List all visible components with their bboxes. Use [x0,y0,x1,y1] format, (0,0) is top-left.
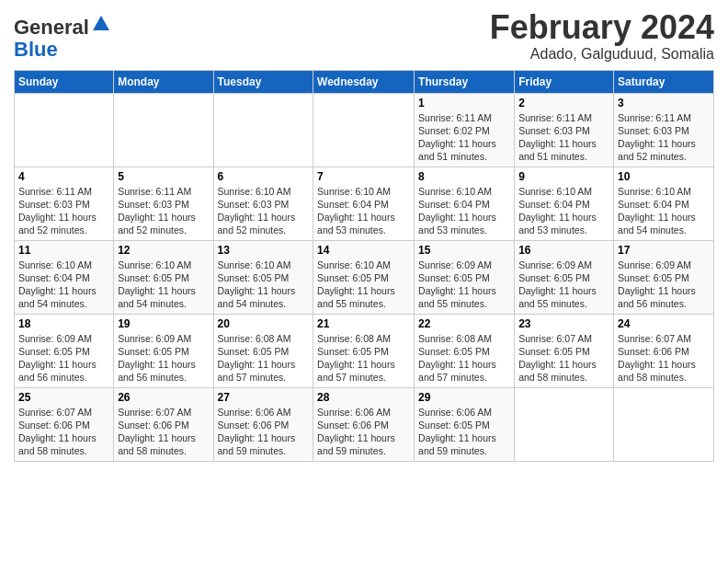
day-number: 13 [218,244,310,257]
day-info: Sunrise: 6:10 AM Sunset: 6:03 PM Dayligh… [218,185,310,237]
day-info: Sunrise: 6:10 AM Sunset: 6:04 PM Dayligh… [518,185,609,237]
day-info: Sunrise: 6:09 AM Sunset: 6:05 PM Dayligh… [518,259,609,311]
header-sunday: Sunday [15,70,114,93]
day-info: Sunrise: 6:09 AM Sunset: 6:05 PM Dayligh… [618,259,710,311]
calendar-subtitle: Adado, Galguduud, Somalia [490,46,714,63]
day-info: Sunrise: 6:11 AM Sunset: 6:03 PM Dayligh… [618,111,710,164]
day-number: 1 [418,97,510,109]
calendar-cell: 8Sunrise: 6:10 AM Sunset: 6:04 PM Daylig… [415,167,515,240]
day-number: 6 [218,170,310,183]
header-friday: Friday [515,70,614,93]
calendar-cell: 24Sunrise: 6:07 AM Sunset: 6:06 PM Dayli… [614,314,714,387]
day-number: 15 [418,244,510,257]
header-tuesday: Tuesday [213,70,313,93]
calendar-cell: 17Sunrise: 6:09 AM Sunset: 6:05 PM Dayli… [614,240,714,314]
day-info: Sunrise: 6:07 AM Sunset: 6:06 PM Dayligh… [18,406,109,458]
calendar-cell: 27Sunrise: 6:06 AM Sunset: 6:06 PM Dayli… [213,387,313,461]
week-row-5: 25Sunrise: 6:07 AM Sunset: 6:06 PM Dayli… [15,387,714,461]
day-number: 5 [118,170,209,183]
calendar-cell: 4Sunrise: 6:11 AM Sunset: 6:03 PM Daylig… [15,167,114,240]
day-number: 27 [218,391,310,404]
calendar-cell: 14Sunrise: 6:10 AM Sunset: 6:05 PM Dayli… [313,240,415,314]
calendar-cell: 10Sunrise: 6:10 AM Sunset: 6:04 PM Dayli… [614,167,714,240]
calendar-cell [213,93,313,167]
calendar-cell: 5Sunrise: 6:11 AM Sunset: 6:03 PM Daylig… [114,167,213,240]
day-number: 21 [317,317,410,330]
day-info: Sunrise: 6:10 AM Sunset: 6:05 PM Dayligh… [317,259,410,311]
day-info: Sunrise: 6:09 AM Sunset: 6:05 PM Dayligh… [18,332,109,385]
calendar-cell: 23Sunrise: 6:07 AM Sunset: 6:05 PM Dayli… [515,314,614,387]
calendar-cell: 2Sunrise: 6:11 AM Sunset: 6:03 PM Daylig… [515,93,614,167]
day-info: Sunrise: 6:09 AM Sunset: 6:05 PM Dayligh… [118,332,209,385]
day-info: Sunrise: 6:10 AM Sunset: 6:04 PM Dayligh… [18,259,109,311]
day-info: Sunrise: 6:07 AM Sunset: 6:06 PM Dayligh… [618,332,710,385]
calendar-cell: 25Sunrise: 6:07 AM Sunset: 6:06 PM Dayli… [15,387,114,461]
week-row-2: 4Sunrise: 6:11 AM Sunset: 6:03 PM Daylig… [15,167,714,240]
calendar-cell [114,93,213,167]
day-number: 16 [518,244,609,257]
day-number: 4 [18,170,109,183]
day-number: 3 [618,97,710,109]
day-number: 24 [618,317,710,330]
header-monday: Monday [114,70,213,93]
header-thursday: Thursday [415,70,515,93]
day-number: 7 [317,170,410,183]
day-info: Sunrise: 6:08 AM Sunset: 6:05 PM Dayligh… [218,332,310,385]
calendar-cell: 13Sunrise: 6:10 AM Sunset: 6:05 PM Dayli… [213,240,313,314]
day-info: Sunrise: 6:11 AM Sunset: 6:03 PM Dayligh… [118,185,209,237]
calendar-cell: 15Sunrise: 6:09 AM Sunset: 6:05 PM Dayli… [415,240,515,314]
day-number: 14 [317,244,410,257]
day-info: Sunrise: 6:10 AM Sunset: 6:05 PM Dayligh… [218,259,310,311]
calendar-cell [614,387,714,461]
day-info: Sunrise: 6:06 AM Sunset: 6:06 PM Dayligh… [218,406,310,458]
day-number: 10 [618,170,710,183]
logo-general-text: General [14,16,89,39]
calendar-cell: 16Sunrise: 6:09 AM Sunset: 6:05 PM Dayli… [515,240,614,314]
week-row-3: 11Sunrise: 6:10 AM Sunset: 6:04 PM Dayli… [15,240,714,314]
calendar-cell: 7Sunrise: 6:10 AM Sunset: 6:04 PM Daylig… [313,167,415,240]
day-info: Sunrise: 6:11 AM Sunset: 6:02 PM Dayligh… [418,111,510,164]
page-header: General Blue February 2024 Adado, Galgud… [14,9,714,63]
day-info: Sunrise: 6:11 AM Sunset: 6:03 PM Dayligh… [18,185,109,237]
logo-blue-text: Blue [14,38,58,61]
day-info: Sunrise: 6:10 AM Sunset: 6:04 PM Dayligh… [317,185,410,237]
logo-icon [91,14,111,34]
title-block: February 2024 Adado, Galguduud, Somalia [490,9,714,63]
day-number: 2 [518,97,609,109]
calendar-cell: 29Sunrise: 6:06 AM Sunset: 6:05 PM Dayli… [415,387,515,461]
calendar-cell [15,93,114,167]
day-info: Sunrise: 6:06 AM Sunset: 6:05 PM Dayligh… [418,406,510,458]
logo: General Blue [14,14,111,61]
calendar-cell [515,387,614,461]
day-info: Sunrise: 6:09 AM Sunset: 6:05 PM Dayligh… [418,259,510,311]
day-info: Sunrise: 6:10 AM Sunset: 6:05 PM Dayligh… [118,259,209,311]
header-row: SundayMondayTuesdayWednesdayThursdayFrid… [15,70,714,93]
day-info: Sunrise: 6:06 AM Sunset: 6:06 PM Dayligh… [317,406,410,458]
day-info: Sunrise: 6:10 AM Sunset: 6:04 PM Dayligh… [418,185,510,237]
day-number: 18 [18,317,109,330]
day-number: 12 [118,244,209,257]
day-number: 11 [18,244,109,257]
week-row-4: 18Sunrise: 6:09 AM Sunset: 6:05 PM Dayli… [15,314,714,387]
calendar-cell: 11Sunrise: 6:10 AM Sunset: 6:04 PM Dayli… [15,240,114,314]
day-number: 29 [418,391,510,404]
day-number: 22 [418,317,510,330]
day-number: 9 [518,170,609,183]
day-number: 8 [418,170,510,183]
calendar-cell: 6Sunrise: 6:10 AM Sunset: 6:03 PM Daylig… [213,167,313,240]
calendar-cell: 20Sunrise: 6:08 AM Sunset: 6:05 PM Dayli… [213,314,313,387]
week-row-1: 1Sunrise: 6:11 AM Sunset: 6:02 PM Daylig… [15,93,714,167]
svg-marker-0 [93,16,109,30]
day-info: Sunrise: 6:11 AM Sunset: 6:03 PM Dayligh… [518,111,609,164]
calendar-cell [313,93,415,167]
day-info: Sunrise: 6:08 AM Sunset: 6:05 PM Dayligh… [418,332,510,385]
header-saturday: Saturday [614,70,714,93]
day-number: 26 [118,391,209,404]
calendar-table: SundayMondayTuesdayWednesdayThursdayFrid… [14,70,714,462]
day-number: 25 [18,391,109,404]
day-number: 23 [518,317,609,330]
header-wednesday: Wednesday [313,70,415,93]
calendar-cell: 12Sunrise: 6:10 AM Sunset: 6:05 PM Dayli… [114,240,213,314]
calendar-cell: 18Sunrise: 6:09 AM Sunset: 6:05 PM Dayli… [15,314,114,387]
calendar-cell: 9Sunrise: 6:10 AM Sunset: 6:04 PM Daylig… [515,167,614,240]
